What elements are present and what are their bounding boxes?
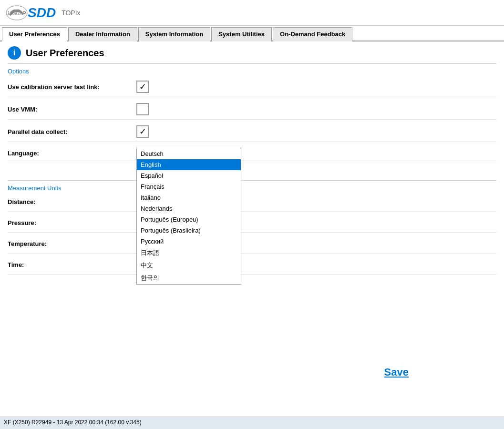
status-text: XF (X250) R22949 - 13 Apr 2022 00:34 (16… — [4, 419, 142, 426]
calibration-control: ✓ — [136, 81, 149, 93]
nav-tab-on-demand-feedback[interactable]: On-Demand Feedback — [273, 27, 352, 41]
language-option[interactable]: Português (Europeu) — [137, 214, 241, 225]
language-option[interactable]: Français — [137, 181, 241, 192]
page-title: User Preferences — [26, 48, 104, 59]
nav-tab-system-utilities[interactable]: System Utilities — [211, 27, 272, 41]
measurement-divider — [8, 180, 496, 181]
language-option[interactable]: Português (Brasileira) — [137, 225, 241, 236]
pressure-label: Pressure: — [8, 219, 136, 226]
save-button[interactable]: Save — [384, 366, 409, 378]
language-option[interactable]: Español — [137, 170, 241, 181]
parallel-row: Parallel data collect: ✓ — [8, 125, 496, 142]
calibration-check-mark: ✓ — [139, 82, 146, 91]
title-divider — [8, 63, 496, 64]
language-option[interactable]: Nederlands — [137, 203, 241, 214]
language-option[interactable]: English — [137, 159, 241, 170]
header: JAGUAR SDD TOPIx — [0, 0, 504, 26]
language-row: Language: DeutschEnglishEspañolFrançaisI… — [8, 148, 496, 161]
nav-tab-system-information[interactable]: System Information — [138, 27, 210, 41]
time-label: Time: — [8, 261, 136, 268]
language-option[interactable]: Deutsch — [137, 148, 241, 159]
language-label: Language: — [8, 148, 136, 157]
distance-row: Distance: — [8, 196, 496, 212]
language-option[interactable]: 한국의 — [137, 272, 241, 284]
nav-tabs: User PreferencesDealer InformationSystem… — [0, 26, 504, 41]
language-option[interactable]: 中文 — [137, 259, 241, 272]
parallel-control: ✓ — [136, 125, 149, 138]
nav-tab-dealer-information[interactable]: Dealer Information — [68, 27, 137, 41]
calibration-checkbox[interactable]: ✓ — [136, 81, 149, 93]
language-list[interactable]: DeutschEnglishEspañolFrançaisItalianoNed… — [136, 148, 241, 285]
options-link[interactable]: Options — [8, 68, 496, 75]
parallel-checkbox[interactable]: ✓ — [136, 125, 149, 138]
calibration-row: Use calibration server fast link: ✓ — [8, 81, 496, 97]
topix-label: TOPIx — [62, 9, 80, 17]
parallel-check-mark: ✓ — [139, 127, 146, 136]
sdd-logo: SDD — [28, 5, 56, 20]
vmm-label: Use VMM: — [8, 106, 136, 113]
vmm-row: Use VMM: — [8, 103, 496, 120]
language-option[interactable]: Italiano — [137, 192, 241, 203]
time-row: Time: — [8, 259, 496, 275]
status-bar: XF (X250) R22949 - 13 Apr 2022 00:34 (16… — [0, 417, 504, 429]
temperature-label: Temperature: — [8, 240, 136, 247]
pressure-row: Pressure: — [8, 217, 496, 233]
language-option[interactable]: 日本語 — [137, 247, 241, 259]
vmm-checkbox[interactable] — [136, 103, 149, 115]
info-icon: i — [8, 46, 21, 60]
nav-tab-user-preferences[interactable]: User Preferences — [2, 27, 67, 41]
vmm-control — [136, 103, 149, 115]
calibration-label: Use calibration server fast link: — [8, 83, 136, 91]
language-option[interactable]: Русский — [137, 236, 241, 247]
distance-label: Distance: — [8, 198, 136, 205]
page-title-row: i User Preferences — [8, 46, 496, 60]
measurement-section-title: Measurement Units — [8, 184, 496, 192]
main-content: i User Preferences Options Use calibrati… — [0, 41, 504, 417]
temperature-row: Temperature: — [8, 238, 496, 254]
parallel-label: Parallel data collect: — [8, 128, 136, 135]
jaguar-logo-icon: JAGUAR — [6, 5, 28, 21]
